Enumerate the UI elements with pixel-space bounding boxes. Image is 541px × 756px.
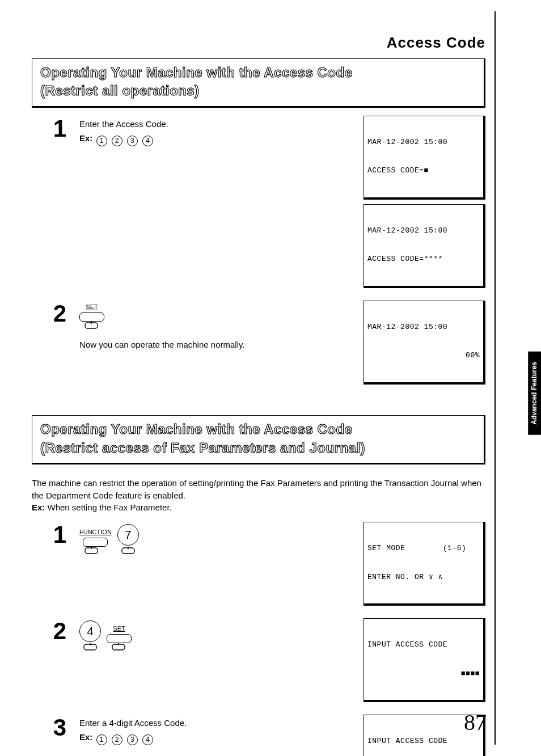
step-number: 1 <box>32 116 79 141</box>
step-number: 3 <box>32 715 79 740</box>
section-a-step-2: 2 SET Now you can operate the machine no… <box>32 301 485 389</box>
chapter-tab-line1: Advanced Features <box>530 362 538 425</box>
function-key-icon: FUNCTION <box>79 528 112 556</box>
ex-label: Ex: <box>79 133 92 143</box>
section-b-intro: The machine can restrict the operation o… <box>32 477 485 514</box>
step-number: 2 <box>32 618 79 643</box>
section-b-step-1: 1 FUNCTION 7 <box>32 522 485 610</box>
section-b-heading-line2: (Restrict access of Fax Parameters and J… <box>40 439 476 457</box>
page-right-rule <box>494 11 496 745</box>
section-b-heading-line1: Operating Your Machine with the Access C… <box>40 420 476 438</box>
press-hand-icon <box>79 547 103 556</box>
lcd-display: INPUT ACCESS CODE ■■■■ <box>364 618 485 702</box>
lcd-display: MAR-12-2002 15:00 00% <box>364 301 485 385</box>
step-number: 2 <box>32 301 79 326</box>
press-hand-icon <box>118 547 138 556</box>
press-hand-icon <box>79 322 103 331</box>
digit-key-icon: 3 <box>127 734 138 745</box>
set-key-icon: SET <box>107 624 132 652</box>
digit-key-icon: 4 <box>79 620 101 642</box>
step-text: Enter a 4-digit Access Code. <box>79 717 358 729</box>
section-b-step-3: 3 Enter a 4-digit Access Code. Ex: 1 2 3… <box>32 715 485 756</box>
step-number: 1 <box>32 522 79 547</box>
set-key-icon: SET <box>79 303 104 331</box>
digit-key-icon: 2 <box>112 136 122 146</box>
ex-label: Ex: <box>79 732 92 742</box>
section-a-step-1: 1 Enter the Access Code. Ex: 1 2 3 4 MAR… <box>32 116 485 293</box>
press-hand-icon <box>80 643 100 652</box>
digit-key-icon: 3 <box>127 136 138 146</box>
step-text: Enter the Access Code. <box>79 118 358 130</box>
section-b-step-2: 2 4 SET <box>32 618 485 707</box>
digit-key-icon: 4 <box>142 734 153 745</box>
section-a-heading-line2: (Restrict all operations) <box>40 82 476 100</box>
digit-key-icon: 1 <box>96 734 107 745</box>
lcd-display: MAR-12-2002 15:00 ACCESS CODE=■ <box>364 116 485 200</box>
section-b-heading-box: Operating Your Machine with the Access C… <box>32 415 485 464</box>
digit-key-icon: 4 <box>142 136 153 146</box>
page-number: 87 <box>464 709 487 736</box>
step-after-text: Now you can operate the machine normally… <box>79 339 358 350</box>
page-title: Access Code <box>32 34 485 52</box>
section-a-heading-box: Operating Your Machine with the Access C… <box>32 58 485 108</box>
digit-key-icon: 2 <box>112 734 122 745</box>
press-hand-icon <box>107 643 130 652</box>
lcd-display: SET MODE (1-6) ENTER NO. OR ∨ ∧ <box>364 522 485 606</box>
digit-key-icon: 7 <box>117 524 139 546</box>
chapter-tab: Advanced Features <box>528 352 541 435</box>
section-a-heading-line1: Operating Your Machine with the Access C… <box>40 64 476 82</box>
digit-key-icon: 1 <box>96 136 107 146</box>
lcd-display: MAR-12-2002 15:00 ACCESS CODE=**** <box>364 204 485 288</box>
